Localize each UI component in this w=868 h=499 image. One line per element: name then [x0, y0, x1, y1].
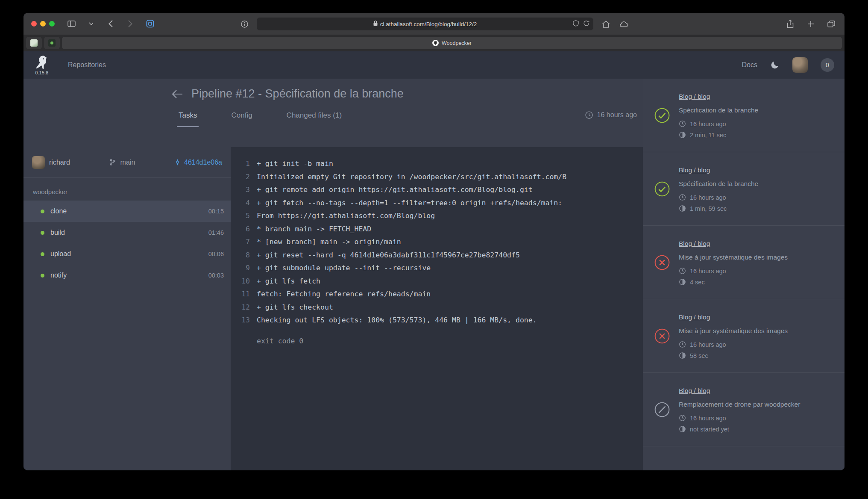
clock-icon — [679, 194, 686, 201]
zoom-window-button[interactable] — [49, 21, 55, 27]
pipeline-repo-link[interactable]: Blog / blog — [679, 239, 788, 248]
pipeline-list-sidebar: Blog / blog Spécification de la branche … — [643, 79, 845, 470]
sidebar-toggle-icon[interactable] — [66, 18, 77, 30]
page-info-icon[interactable] — [239, 18, 250, 30]
log-line-number: 12 — [231, 301, 250, 314]
tab-overview-icon[interactable] — [826, 18, 837, 30]
tab-changed-files[interactable]: Changed files (1) — [285, 111, 343, 127]
pipeline-commit-message: Spécification de la branche — [679, 180, 758, 188]
log-line-text: + git lfs checkout — [257, 301, 333, 314]
log-line-text: * [new branch] main -> origin/main — [257, 236, 401, 249]
step-row[interactable]: build 01:46 — [23, 222, 231, 243]
log-line-number: 7 — [231, 236, 250, 249]
tab-config[interactable]: Config — [229, 111, 254, 127]
app-navbar: 0.15.8 Repositories Docs 0 — [23, 51, 845, 79]
queue-count-badge[interactable]: 0 — [821, 58, 834, 72]
user-avatar[interactable] — [792, 57, 808, 73]
chevron-down-icon[interactable] — [85, 18, 97, 30]
step-row[interactable]: notify 00:03 — [23, 265, 231, 286]
pipeline-list-item[interactable]: Blog / blog Mise à jour systématique des… — [643, 299, 845, 373]
minimize-window-button[interactable] — [40, 21, 46, 27]
step-duration: 00:06 — [208, 251, 224, 257]
log-line: 11 fetch: Fetching reference refs/heads/… — [231, 288, 643, 301]
reload-icon[interactable] — [583, 20, 589, 28]
pipeline-duration: 1 min, 59 sec — [679, 205, 758, 212]
pipeline-list-item[interactable]: Blog / blog — [643, 446, 845, 470]
log-lines: 1 + git init -b main 2 Initialized empty… — [231, 157, 643, 327]
pipeline-commit-message: Mise à jour systématique des images — [679, 253, 788, 262]
url-text: ci.athaliasoft.com/Blog/blog/build/12/2 — [380, 21, 477, 27]
cloud-icon[interactable] — [618, 18, 629, 30]
new-tab-icon[interactable] — [805, 18, 816, 30]
pipeline-list-item[interactable]: Blog / blog Spécification de la branche … — [643, 152, 845, 226]
exit-code: exit code 0 — [231, 335, 643, 348]
pipeline-repo-link[interactable]: Blog / blog — [679, 386, 800, 396]
duration-icon — [679, 425, 686, 433]
log-line-text: + git lfs fetch — [257, 275, 320, 288]
nav-docs-link[interactable]: Docs — [742, 61, 757, 69]
tab-tasks[interactable]: Tasks — [177, 111, 199, 127]
step-name: clone — [50, 207, 67, 215]
log-line: 6 * branch main -> FETCH_HEAD — [231, 223, 643, 236]
home-icon[interactable] — [600, 18, 611, 30]
clock-icon — [679, 267, 686, 275]
pipeline-list-item[interactable]: Blog / blog Mise à jour systématique des… — [643, 226, 845, 299]
theme-toggle-moon-icon[interactable] — [770, 60, 780, 70]
address-bar[interactable]: ci.athaliasoft.com/Blog/blog/build/12/2 — [257, 18, 593, 30]
step-status-dot — [41, 274, 44, 278]
log-line: 9 + git submodule update --init --recurs… — [231, 262, 643, 275]
build-meta-row: richard main 4614d1e06a — [23, 147, 231, 178]
share-icon[interactable] — [785, 18, 796, 30]
log-line-number: 13 — [231, 314, 250, 327]
step-row[interactable]: upload 00:06 — [23, 243, 231, 265]
step-duration: 01:46 — [208, 229, 224, 236]
log-line: 8 + git reset --hard -q 4614d1e06a3dabf3… — [231, 249, 643, 262]
step-row[interactable]: clone 00:15 — [23, 201, 231, 222]
pipeline-time: 16 hours ago — [679, 414, 800, 422]
pinned-tab-1[interactable] — [26, 37, 42, 49]
woodpecker-favicon — [432, 40, 439, 46]
pipeline-repo-link[interactable]: Blog / blog — [679, 92, 758, 101]
pipeline-header: Pipeline #12 - Spécification de la branc… — [23, 79, 643, 147]
pipeline-list-item[interactable]: Blog / blog Spécification de la branche … — [643, 79, 845, 152]
app-shortcut-icon[interactable] — [144, 18, 155, 30]
failure-x-icon — [654, 254, 670, 271]
log-line-number: 5 — [231, 210, 250, 223]
log-line: 7 * [new branch] main -> origin/main — [231, 236, 643, 249]
pipeline-created-time: 16 hours ago — [585, 111, 637, 127]
log-line-text: Checking out LFS objects: 100% (573/573)… — [257, 314, 537, 327]
workflow-group-label: woodpecker — [23, 178, 231, 201]
commit-branch: main — [109, 158, 135, 166]
commit-icon — [174, 158, 181, 166]
duration-icon — [679, 205, 686, 212]
pipeline-time: 16 hours ago — [679, 194, 758, 201]
privacy-shield-icon[interactable] — [573, 20, 579, 28]
pipeline-repo-link[interactable]: Blog / blog — [679, 313, 788, 322]
step-status-dot — [41, 252, 44, 256]
back-arrow-icon[interactable] — [171, 89, 184, 100]
pipeline-tabs: Tasks Config Changed files (1) 16 hours … — [171, 111, 637, 127]
log-line-text: + git init -b main — [257, 157, 333, 171]
log-line: 13 Checking out LFS objects: 100% (573/5… — [231, 314, 643, 327]
pipeline-repo-link[interactable]: Blog / blog — [679, 165, 758, 175]
woodpecker-app: 0.15.8 Repositories Docs 0 — [23, 51, 845, 470]
forward-button[interactable] — [125, 18, 136, 30]
close-window-button[interactable] — [31, 21, 37, 27]
pinned-tab-2[interactable] — [44, 37, 60, 49]
log-line: 10 + git lfs fetch — [231, 275, 643, 288]
log-output: 1 + git init -b main 2 Initialized empty… — [231, 147, 643, 470]
duration-icon — [679, 278, 686, 286]
not-started-icon — [654, 402, 670, 418]
woodpecker-logo[interactable]: 0.15.8 — [34, 55, 50, 75]
active-browser-tab[interactable]: Woodpecker — [62, 37, 842, 49]
nav-repositories-link[interactable]: Repositories — [68, 61, 106, 69]
back-button[interactable] — [105, 18, 116, 30]
step-status-dot — [41, 231, 44, 235]
commit-hash-link[interactable]: 4614d1e06a — [174, 158, 222, 166]
page-title: Pipeline #12 - Spécification de la branc… — [191, 87, 404, 100]
window-controls — [31, 21, 55, 27]
pipeline-duration: not started yet — [679, 425, 800, 433]
log-line: 12 + git lfs checkout — [231, 301, 643, 314]
pipeline-list-item[interactable]: Blog / blog Remplacement de drone par wo… — [643, 373, 845, 446]
pinned-tab-1-favicon — [30, 39, 38, 47]
